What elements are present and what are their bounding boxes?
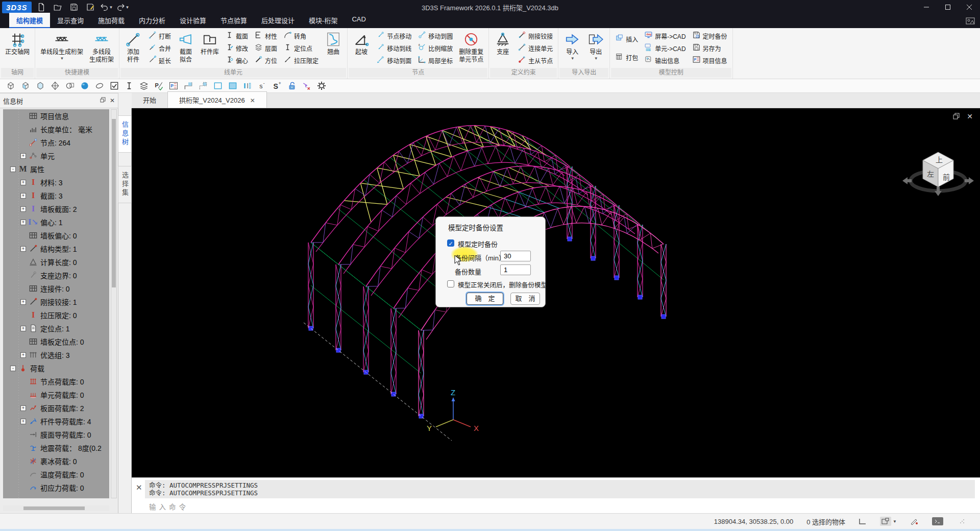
rect-outline-icon[interactable]: [212, 80, 224, 91]
ribbon-button-定位点[interactable]: 定位点: [282, 43, 320, 54]
new-file-icon[interactable]: [35, 2, 48, 13]
cancel-button[interactable]: 取 消: [510, 293, 540, 305]
minimize-button[interactable]: [916, 0, 937, 14]
tree-item[interactable]: +定位点: 1: [3, 322, 109, 335]
ribbon-button-插入[interactable]: 插入: [614, 34, 639, 44]
ucs-icon[interactable]: [859, 518, 867, 525]
ribbon-button-屏幕->CAD[interactable]: dwg屏幕->CAD: [643, 31, 687, 41]
viewport-close-icon[interactable]: ✕: [967, 112, 973, 122]
ribbon-button-杆件库[interactable]: 杆件库: [198, 30, 222, 67]
ribbon-button-单线段生成桁架[interactable]: 单线段生成桁架▼: [38, 30, 86, 67]
ribbon-button-截面[interactable]: 截面: [224, 31, 249, 41]
save-icon[interactable]: [67, 2, 81, 13]
ribbon-button-截面拟合[interactable]: 截面 拟合: [175, 30, 197, 67]
tree-item[interactable]: +单元荷载库: 0: [3, 388, 109, 401]
tab-close-icon[interactable]: ✕: [250, 97, 255, 104]
ribbon-button-项目信息[interactable]: P项目信息: [691, 55, 728, 66]
maximize-button[interactable]: [937, 0, 959, 14]
ribbon-button-导入[interactable]: 导入▼: [561, 30, 583, 67]
backup-enabled-checkbox[interactable]: ✓: [447, 239, 454, 247]
sphere-icon[interactable]: [79, 80, 90, 91]
ribbon-tab-内力分析[interactable]: 内力分析: [132, 13, 173, 28]
tree-item[interactable]: +杆件导荷载库: 4: [3, 415, 109, 428]
viewport-layout-icon[interactable]: ▼: [880, 517, 897, 526]
tree-item[interactable]: +地震荷载： 8度(0.2: [3, 441, 109, 454]
circle-overlap-icon[interactable]: [64, 80, 76, 91]
ribbon-button-转角[interactable]: 转角: [282, 31, 320, 41]
side-tab-信息树[interactable]: 信息树: [118, 115, 132, 153]
tree-item[interactable]: -荷载: [3, 361, 109, 375]
ribbon-button-导出[interactable]: 导出▼: [584, 30, 607, 67]
panel-close-icon[interactable]: ✕: [110, 97, 115, 104]
view-cube-2-icon[interactable]: [20, 80, 31, 91]
s-plus-icon[interactable]: S+: [272, 80, 283, 91]
ribbon-button-连接单元[interactable]: 连接单元: [517, 43, 554, 54]
mirror-bars-icon[interactable]: [242, 80, 253, 91]
tree-item[interactable]: +项目信息: [3, 109, 109, 123]
tree-item[interactable]: +温度荷载库: 0: [3, 468, 109, 481]
p-check-icon[interactable]: P: [153, 80, 164, 91]
ribbon-button-输出信息[interactable]: 输出信息: [643, 55, 687, 66]
ribbon-button-延长[interactable]: 延长: [147, 55, 172, 66]
expand-icon[interactable]: +: [20, 326, 26, 331]
ribbon-tab-后处理设计[interactable]: 后处理设计: [254, 13, 302, 28]
tree-vertical-scrollbar[interactable]: [111, 109, 117, 498]
tree-item[interactable]: -M属性: [3, 162, 109, 176]
corner-select-icon[interactable]: [183, 80, 194, 91]
document-tab-拱桁架_V2024_V2026[interactable]: 拱桁架_V2024_V2026✕: [167, 91, 267, 108]
redo-icon[interactable]: ▼: [116, 2, 130, 13]
tree-item[interactable]: +计算长度: 0: [3, 255, 109, 269]
ribbon-button-打断[interactable]: 打断: [147, 31, 172, 41]
collapse-icon[interactable]: -: [10, 366, 16, 371]
expand-icon[interactable]: +: [20, 299, 26, 305]
tree-item[interactable]: +优选组: 3: [3, 348, 109, 361]
ribbon-button-偏心[interactable]: 偏心: [224, 55, 249, 66]
app-logo[interactable]: 3D3S: [2, 2, 32, 13]
tree-item[interactable]: +I材料: 3: [3, 176, 109, 189]
ribbon-button-起坡[interactable]: 起坡: [350, 30, 373, 67]
resize-grip[interactable]: [960, 518, 965, 525]
ellipse-icon[interactable]: [94, 80, 105, 91]
ribbon-button-翘曲[interactable]: 翘曲: [322, 30, 345, 67]
screenshot-icon[interactable]: [966, 17, 975, 27]
tree-item[interactable]: +I拉压限定: 0: [3, 308, 109, 322]
corner-select-dashed-icon[interactable]: [198, 80, 209, 91]
tree-item[interactable]: +节点: 264: [3, 136, 109, 149]
tree-item[interactable]: +单元: [3, 149, 109, 162]
ribbon-button-移动到线[interactable]: 移动到线: [375, 43, 412, 54]
expand-icon[interactable]: +: [20, 180, 26, 185]
view-cube-3-icon[interactable]: [35, 80, 46, 91]
tree-item[interactable]: +结构类型: 1: [3, 242, 109, 255]
ribbon-button-拉压限定[interactable]: 拉压限定: [282, 55, 320, 66]
ibeam-icon[interactable]: [124, 80, 135, 91]
ribbon-button-移动到面[interactable]: 移动到面: [375, 55, 412, 66]
ribbon-tab-施加荷载[interactable]: 施加荷载: [91, 13, 132, 28]
side-tab-选择集[interactable]: 选择集: [118, 166, 132, 203]
ribbon-tab-结构建模[interactable]: 结构建模: [9, 13, 50, 28]
ribbon-button-定时备份[interactable]: 定时备份: [691, 31, 728, 41]
ribbon-button-另存为[interactable]: 另存为: [691, 43, 728, 54]
ribbon-button-合并[interactable]: 合并: [147, 43, 172, 54]
rect-filled-icon[interactable]: [227, 80, 238, 91]
expand-icon[interactable]: +: [20, 419, 26, 424]
ribbon-tab-显示查询[interactable]: 显示查询: [50, 13, 91, 28]
tree-item[interactable]: +膜面导荷载库: 0: [3, 428, 109, 441]
tree-horizontal-scrollbar[interactable]: [3, 505, 109, 511]
view-cube-1-icon[interactable]: [5, 80, 16, 91]
open-file-icon[interactable]: [51, 2, 64, 13]
lock-icon[interactable]: [286, 80, 298, 91]
ribbon-tab-设计验算[interactable]: 设计验算: [173, 13, 213, 28]
console-icon[interactable]: [932, 517, 943, 525]
ribbon-button-刚接铰接[interactable]: 刚接铰接: [517, 31, 554, 41]
ok-button[interactable]: 确 定: [467, 293, 503, 305]
tree-item[interactable]: +长度单位： 毫米: [3, 123, 109, 136]
tree-item[interactable]: +刚接铰接: 1: [3, 295, 109, 308]
ribbon-tab-节点验算[interactable]: 节点验算: [213, 13, 254, 28]
pe-table-icon[interactable]: P: [168, 80, 179, 91]
command-input[interactable]: 输入命令: [149, 501, 189, 512]
ribbon-button-比例缩放[interactable]: ±比例缩放: [416, 43, 454, 54]
expand-icon[interactable]: +: [20, 220, 26, 225]
ribbon-button-节点移动[interactable]: 节点移动: [375, 31, 412, 41]
tree-item[interactable]: +裹冰荷载: 0: [3, 454, 109, 468]
annotate-icon[interactable]: [910, 518, 919, 525]
